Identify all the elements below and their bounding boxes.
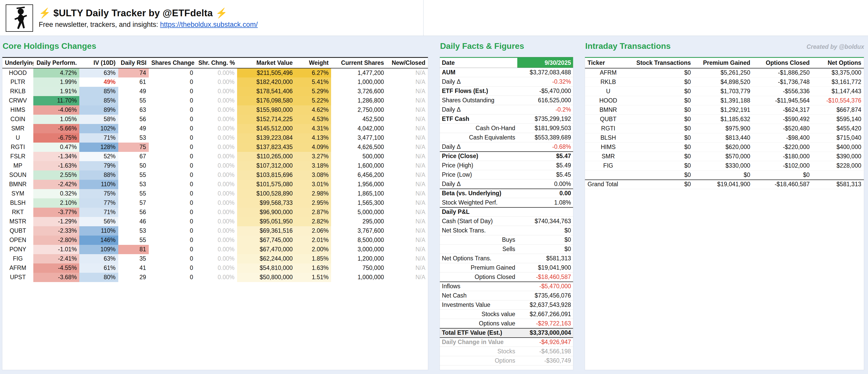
fact-row: Daily Δ-0.32% (440, 77, 573, 87)
intraday-row-RKLB: RKLB$0$4,898,520-$1,736,748$3,161,772 (585, 77, 864, 87)
cell-current-shares: 4,042,000 (331, 124, 386, 133)
intraday-row-RGTI: RGTI$0$975,900-$520,480$455,420 (585, 124, 864, 133)
cell-daily-perform: -6.75% (33, 133, 79, 143)
cell-ticker: OPEN (2, 236, 33, 245)
cell-shr-chng-pct: 0.00% (196, 115, 237, 124)
cell-new-closed: N/A (386, 217, 428, 226)
col-iv-10d: IV (10D) (79, 58, 118, 68)
cell-shr-chng-pct: 0.00% (196, 236, 237, 245)
cell-new-closed: N/A (386, 152, 428, 161)
core-row-PLTR: PLTR1.99%49%6100.00%$182,420,0005.41%1,0… (2, 77, 428, 87)
cell-market-value: $139,223,084 (237, 133, 295, 143)
fact-row: Options Closed-$18,460,587 (440, 273, 573, 282)
core-row-UPST: UPST-3.68%80%2900.00%$50,800,0001.51%1,0… (2, 273, 428, 282)
cell-iv-10d: 56% (79, 217, 118, 226)
cell-daily-perform: 1.99% (33, 77, 79, 87)
col-daily-rsi: Daily RSI (118, 58, 149, 68)
cell-weight: 3.08% (295, 170, 331, 180)
fact-row: Options value-$29,722,163 (440, 319, 573, 328)
core-holdings-panel: Underlying Daily Perform. IV (10D) Daily… (2, 57, 428, 370)
fact-label: Stock Weighted Perf. (440, 198, 517, 208)
cell-new-closed: N/A (386, 77, 428, 87)
col-weight: Weight (295, 58, 331, 68)
cell-stock-transactions: $0 (631, 115, 693, 124)
cell-current-shares: 1,600,000 (331, 161, 386, 170)
fact-row: Stocks-$4,566,198 (440, 347, 573, 356)
cell-shares-change: 0 (149, 124, 196, 133)
fact-label: Price (High) (440, 161, 517, 170)
fact-value: $740,344,763 (517, 217, 573, 226)
core-row-RGTI: RGTI0.47%128%7500.00%$137,823,4354.09%4,… (2, 143, 428, 152)
cell-new-closed: N/A (386, 143, 428, 152)
intraday-row-blank: $0$0$0 (585, 170, 864, 180)
cell-shr-chng-pct: 0.00% (196, 263, 237, 273)
fact-value: 0.00 (517, 189, 573, 198)
cell-daily-perform: 4.72% (33, 68, 79, 77)
cell-daily-perform: -2.80% (33, 236, 79, 245)
fact-label: Sells (440, 245, 517, 254)
fact-label: Cash Equivalents (440, 133, 517, 142)
cell-market-value: $54,810,000 (237, 263, 295, 273)
cell-iv-10d: 71% (79, 133, 118, 143)
core-row-FIG: FIG-2.41%63%3500.00%$62,244,0001.85%1,20… (2, 254, 428, 263)
cell-market-value: $211,505,496 (237, 68, 295, 77)
cell-daily-perform: -3.77% (33, 208, 79, 217)
cell-new-closed: N/A (386, 273, 428, 282)
cell-shares-change: 0 (149, 68, 196, 77)
cell-ticker: SOUN (2, 170, 33, 180)
cell-ticker: CRWV (2, 96, 33, 105)
intraday-row-QUBT: QUBT$0$1,185,632-$590,492$595,140 (585, 115, 864, 124)
fact-label: Beta (vs. Underlying) (440, 189, 517, 198)
fact-row: Stocks value$2,667,266,091 (440, 310, 573, 319)
fact-label: Options value (440, 319, 517, 328)
cell-shares-change: 0 (149, 87, 196, 96)
cell-shr-chng-pct: 0.00% (196, 245, 237, 254)
cell-shr-chng-pct: 0.00% (196, 143, 237, 152)
fact-row: Net Options Trans.$581,313 (440, 254, 573, 263)
cell-stock-transactions: $0 (631, 133, 693, 143)
cell-shares-change: 0 (149, 96, 196, 105)
cell-daily-rsi: 53 (118, 133, 149, 143)
cell-market-value: $103,815,696 (237, 170, 295, 180)
cell-premium-gained: $570,000 (693, 152, 753, 161)
cell-market-value: $155,980,000 (237, 105, 295, 115)
cell-current-shares: 1,477,200 (331, 68, 386, 77)
cell-ticker: HOOD (2, 68, 33, 77)
fact-row: Price (High)$5.49 (440, 161, 573, 170)
daily-facts-title: Daily Facts & Figures (440, 41, 524, 51)
fact-value: -$360,749 (517, 356, 573, 366)
cell-shares-change: 0 (149, 161, 196, 170)
fact-row: Daily Δ-0.68% (440, 142, 573, 152)
cell-daily-rsi: 74 (118, 68, 149, 77)
fact-value: $581,313 (517, 254, 573, 263)
cell-shr-chng-pct: 0.00% (196, 254, 237, 263)
fact-row: Options-$360,749 (440, 356, 573, 366)
cell-ticker: Grand Total (585, 180, 631, 189)
cell-daily-perform: -3.68% (33, 273, 79, 282)
cell-daily-rsi: 56 (118, 115, 149, 124)
cell-market-value: $62,244,000 (237, 254, 295, 263)
fact-value: -$18,460,587 (517, 273, 573, 282)
cell-weight: 1.51% (295, 273, 331, 282)
cell-shares-change: 0 (149, 77, 196, 87)
intraday-panel: Ticker Stock Transactions Premium Gained… (585, 57, 864, 370)
cell-daily-perform: 11.70% (33, 96, 79, 105)
cell-daily-perform: 2.55% (33, 170, 79, 180)
cell-daily-rsi: 75 (118, 143, 149, 152)
cell-iv-10d: 71% (79, 208, 118, 217)
cell-stock-transactions: $0 (631, 124, 693, 133)
cell-market-value: $176,098,580 (237, 96, 295, 105)
substack-link[interactable]: https://theboldux.substack.com/ (160, 21, 258, 28)
cell-daily-rsi: 55 (118, 170, 149, 180)
cell-daily-perform: -1.34% (33, 152, 79, 161)
cell-options-closed: -$220,000 (753, 143, 812, 152)
cell-market-value: $152,714,225 (237, 115, 295, 124)
cell-current-shares: 3,726,600 (331, 87, 386, 96)
col-current-shares: Current Shares (331, 58, 386, 68)
daily-facts-header-row: Date 9/30/2025 (440, 58, 573, 68)
cell-shares-change: 0 (149, 263, 196, 273)
fact-label: Cash (Start of Day) (440, 217, 517, 226)
intraday-row-FIG: FIG$0$330,000-$102,000$228,000 (585, 161, 864, 170)
core-row-RKT: RKT-3.77%71%5600.00%$96,900,0002.87%5,00… (2, 208, 428, 217)
fact-row: Investments Value$2,637,543,928 (440, 301, 573, 310)
